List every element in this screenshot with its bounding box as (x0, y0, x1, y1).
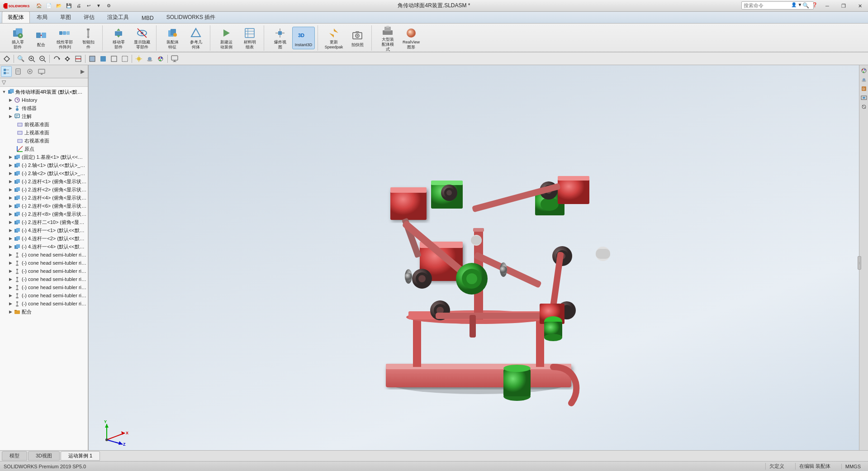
tree-item-4link2[interactable]: ▶ (-) 4.连杆一<2> (默认<<默认>_显 (0, 234, 88, 243)
panel-resize-handle[interactable]: ⋮ (858, 256, 861, 270)
mate-expand-icon[interactable]: ▶ (7, 309, 14, 315)
open-btn[interactable]: 📂 (54, 1, 63, 10)
ref-geometry-btn[interactable]: 参考几何体 (185, 27, 207, 49)
link6-expand[interactable]: ▶ (7, 203, 14, 209)
save-btn[interactable]: 💾 (64, 1, 73, 10)
new-btn[interactable]: 📄 (44, 1, 53, 10)
link8-expand[interactable]: ▶ (7, 211, 14, 217)
t2-section[interactable] (73, 54, 83, 64)
tree-item-front[interactable]: 前视基准面 (0, 120, 88, 128)
tree-item-axis1[interactable]: ▶ (-) 2.轴<1> (默认<<默认>_显示状 (0, 161, 88, 169)
tab-evaluate[interactable]: 评估 (78, 11, 100, 23)
print-btn[interactable]: 🖨 (74, 1, 83, 10)
minimize-btn[interactable]: ─ (819, 0, 835, 12)
tab-plugins[interactable]: SOLIDWORKS 插件 (161, 11, 222, 23)
tree-item-rivet1[interactable]: ▶ (-) cone head semi-tubler rivets (0, 251, 88, 259)
rivet5-expand[interactable]: ▶ (7, 284, 14, 290)
t2-shaded-edges[interactable] (87, 54, 97, 64)
t2-display-manager[interactable] (170, 54, 180, 64)
tab-layout[interactable]: 布局 (31, 11, 53, 23)
axis2-expand-icon[interactable]: ▶ (7, 170, 14, 176)
annotation-expand-icon[interactable]: ▶ (7, 113, 14, 119)
tree-item-link4[interactable]: ▶ (-) 2.连杆<4> (俯角<显示状态-2>) (0, 194, 88, 202)
t2-rotate[interactable] (52, 54, 62, 64)
t2-pan[interactable] (62, 54, 72, 64)
link10-expand[interactable]: ▶ (7, 219, 14, 225)
speedpak-btn[interactable]: 更新Speedpak (323, 27, 345, 49)
filter-icon[interactable]: ▽ (2, 79, 6, 86)
tree-item-sensor[interactable]: ▶ 传感器 (0, 104, 88, 112)
feature-tree[interactable]: ▼ 角传动球面4R装置 (默认<默认_显示状 ▶ History ▶ (0, 87, 88, 455)
tree-root-item[interactable]: ▼ 角传动球面4R装置 (默认<默认_显示状 (0, 88, 88, 96)
tree-item-origin[interactable]: 原点 (0, 145, 88, 153)
decals-btn[interactable]: D (860, 85, 868, 92)
move-component-btn[interactable]: 移动零部件 (107, 27, 130, 49)
tab-motion1[interactable]: 运动算例 1 (61, 451, 100, 461)
tab-display-manager[interactable] (36, 66, 47, 77)
tree-item-link1[interactable]: ▶ (-) 2.连杆<1> (俯角<显示状态-2>) (0, 177, 88, 186)
assembly-feature-btn[interactable]: 装配体特征 (161, 27, 184, 49)
t2-zoom-to-fit[interactable]: 🔍 (16, 54, 26, 64)
home-btn[interactable]: 🏠 (34, 1, 43, 10)
tab-render[interactable]: 渲染工具 (101, 11, 135, 23)
tree-item-link6[interactable]: ▶ (-) 2.连杆<6> (俯角<显示状态-2>) (0, 202, 88, 210)
realview-btn[interactable]: RealView图形 (400, 27, 422, 49)
rivet3-expand[interactable]: ▶ (7, 268, 14, 274)
tab-3dview[interactable]: 3D视图 (28, 451, 60, 461)
t2-zoom-in[interactable] (27, 54, 37, 64)
4link4-expand[interactable]: ▶ (7, 243, 14, 250)
tree-item-rivet7[interactable]: ▶ (-) cone head semi-tubler rivets (0, 300, 88, 308)
tab-property-manager[interactable] (13, 66, 24, 77)
4link1-expand[interactable]: ▶ (7, 227, 14, 233)
tab-sketch[interactable]: 草图 (54, 11, 77, 23)
close-btn[interactable]: ✕ (852, 0, 868, 12)
history-expand-icon[interactable]: ▶ (7, 97, 14, 103)
link2-expand[interactable]: ▶ (7, 186, 14, 193)
tab-feature-tree[interactable] (1, 66, 12, 77)
insert-component-btn[interactable]: + 插入零部件 (6, 27, 29, 49)
rivet4-expand[interactable]: ▶ (7, 276, 14, 282)
mate-btn[interactable]: 配合 (30, 27, 52, 49)
tree-item-base[interactable]: ▶ (固定) 1.基座<1> (默认<<默认>_显 (0, 153, 88, 161)
appearance-panel-btn[interactable] (860, 67, 868, 74)
restore-btn[interactable]: ❐ (835, 0, 852, 12)
config-panel-btn[interactable] (860, 103, 868, 110)
tab-assembly[interactable]: 装配体 (2, 11, 30, 23)
instant3d-btn[interactable]: 3D Instant3D (292, 27, 315, 49)
tree-item-rivet5[interactable]: ▶ (-) cone head semi-tubler rivets (0, 283, 88, 291)
t2-lighting[interactable] (134, 54, 144, 64)
tree-item-link2[interactable]: ▶ (-) 2.连杆<2> (俯角<显示状态-2>) (0, 186, 88, 194)
bom-btn[interactable]: 材料明细表 (238, 27, 261, 49)
rivet6-expand[interactable]: ▶ (7, 292, 14, 299)
link4-expand[interactable]: ▶ (7, 195, 14, 201)
panel-collapse-btn[interactable]: ▶ (78, 67, 87, 76)
show-hide-btn[interactable]: 显示隐藏零部件 (131, 27, 153, 49)
rivet2-expand[interactable]: ▶ (7, 260, 14, 266)
tree-item-rivet2[interactable]: ▶ (-) cone head semi-tubler rivets (0, 259, 88, 267)
tree-item-rivet6[interactable]: ▶ (-) cone head semi-tubler rivets (0, 291, 88, 300)
tree-item-link10[interactable]: ▶ (-) 2.连杆二<10> (俯角<显示状态-2> (0, 218, 88, 226)
tree-item-top[interactable]: 上视基准面 (0, 128, 88, 137)
t2-zoom-out[interactable] (38, 54, 47, 64)
link1-expand[interactable]: ▶ (7, 178, 14, 185)
snapshot-btn[interactable]: 拍快照 (346, 27, 369, 49)
3d-viewport[interactable]: X Y Z D (89, 65, 868, 460)
axis1-expand-icon[interactable]: ▶ (7, 162, 14, 168)
explode-view-btn[interactable]: 爆炸视图 (269, 27, 291, 49)
root-expand-icon[interactable]: ▼ (1, 89, 7, 95)
tree-item-annotation[interactable]: ▶ 注解 (0, 112, 88, 120)
scene-panel-btn[interactable] (860, 76, 868, 83)
tree-item-history[interactable]: ▶ History (0, 96, 88, 104)
rivet7-expand[interactable]: ▶ (7, 300, 14, 307)
tree-item-mate-folder[interactable]: ▶ 配合 (0, 308, 88, 316)
tree-item-rivet3[interactable]: ▶ (-) cone head semi-tubler rivets (0, 267, 88, 275)
4link2-expand[interactable]: ▶ (7, 235, 14, 242)
help-user-btn[interactable]: 👤 ▼ (783, 0, 810, 9)
t2-scene[interactable] (145, 54, 155, 64)
smart-fastener-btn[interactable]: 智能扣件 (77, 27, 100, 49)
tab-config-manager[interactable] (24, 66, 35, 77)
t2-appearance[interactable] (156, 54, 166, 64)
large-assembly-btn[interactable]: 大型装配体模式 (376, 27, 399, 49)
tab-mbd[interactable]: MBD (136, 13, 160, 23)
new-motion-study-btn[interactable]: 新建运动算例 (215, 27, 237, 49)
